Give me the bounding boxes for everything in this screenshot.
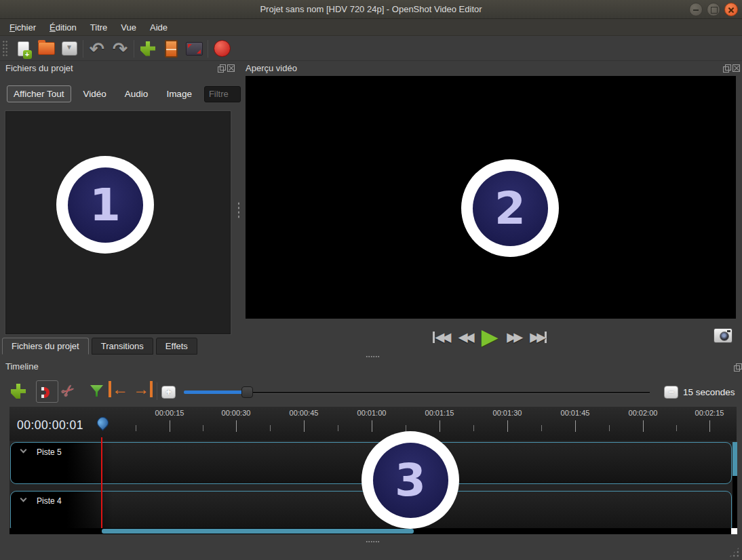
ruler-tick-label: 00:00:15 [149,409,190,417]
title-bar[interactable]: Projet sans nom [HDV 720 24p] - OpenShot… [0,0,742,19]
ruler-minor-tick [136,425,136,431]
ruler-major-tick [170,420,170,432]
timeline-ruler[interactable]: 00:00:00:01 00:00:15 00:00:30 00:00:45 0… [9,407,737,441]
annotation-badge-3: 3 [362,431,459,529]
fullscreen-button[interactable] [182,38,206,60]
chevron-down-icon[interactable] [20,447,27,454]
import-files-button[interactable] [136,38,159,60]
green-plus-icon [140,41,155,56]
main-toolbar: ↶ ↷ [0,37,742,61]
open-project-button[interactable] [35,38,58,60]
toolbar-drag-handle[interactable] [2,40,8,58]
ruler-tick-label: 00:02:00 [623,409,663,417]
export-video-button[interactable] [210,38,233,60]
redo-icon: ↷ [113,40,128,58]
film-strip-icon [165,40,178,58]
float-panel-icon[interactable] [734,363,741,371]
ruler-major-tick [304,420,305,432]
filter-input[interactable] [204,86,241,102]
fast-forward-icon[interactable]: ▶▶ [507,332,520,343]
window-controls [689,3,738,16]
close-icon[interactable] [724,3,738,16]
zoom-scale-label: 15 secondes [683,387,735,397]
track-name: Piste 4 [37,496,62,506]
ruler-tick-label: 00:02:15 [689,409,730,417]
new-file-icon [18,41,29,56]
vertical-splitter-handle[interactable] [237,201,240,219]
zoom-slider-track[interactable] [184,391,245,394]
transport-controls: ◀◀ ◀◀ ▶ ▶▶ ▶▶ [0,325,742,348]
tab-afficher-tout[interactable]: Afficher Tout [7,85,71,102]
ruler-minor-tick [338,425,338,431]
track-name: Piste 5 [37,447,62,457]
menu-titre[interactable]: Titre [83,20,115,35]
playhead-line[interactable] [101,437,102,528]
ruler-tick-label: 00:01:45 [555,409,595,417]
annotation-badge-2: 2 [461,159,559,257]
timeline-vertical-scrollbar[interactable] [733,442,737,528]
save-icon [62,41,77,56]
close-panel-icon[interactable] [733,64,740,72]
choose-profile-button[interactable] [159,38,182,60]
new-project-button[interactable] [12,38,35,60]
previous-marker-icon[interactable]: ← [109,381,128,397]
ruler-tick-label: 00:00:30 [216,409,256,417]
ruler-tick-label: 00:01:15 [419,409,460,417]
tab-audio[interactable]: Audio [119,86,155,102]
timeline-toolbar-separator [157,382,157,400]
toolbar-separator [83,40,83,58]
preview-panel-title: Aperçu vidéo [246,63,297,73]
close-panel-icon[interactable] [227,64,235,72]
zoom-out-button[interactable]: − [664,386,678,399]
play-icon[interactable]: ▶ [482,327,497,347]
ruler-minor-tick [203,425,203,431]
badge-number: 2 [473,171,548,246]
jump-to-end-icon[interactable]: ▶▶ [530,332,547,343]
rewind-icon[interactable]: ◀◀ [458,332,472,343]
horizontal-splitter-handle[interactable] [366,355,380,358]
snapshot-camera-icon[interactable] [714,328,733,343]
window-title: Projet sans nom [HDV 720 24p] - OpenShot… [0,0,742,18]
ruler-tick-label: 00:00:45 [284,409,324,417]
save-project-button[interactable] [58,38,81,60]
menu-fichier[interactable]: Fichier [3,20,43,35]
openshot-window: Projet sans nom [HDV 720 24p] - OpenShot… [0,0,742,560]
ruler-tick-label: 00:01:30 [487,409,528,417]
tab-image[interactable]: Image [160,86,198,102]
next-marker-icon[interactable]: → [133,381,153,397]
magnet-icon [42,387,50,398]
zoom-slider-handle[interactable] [241,386,253,398]
record-circle-icon [214,40,231,57]
zoom-slider-track[interactable] [253,392,650,393]
badge-number: 3 [373,443,448,518]
timeline-horizontal-scrollbar[interactable] [9,528,731,534]
ruler-minor-tick [609,425,610,431]
menu-bar: Fichier Édition Titre Vue Aide [0,19,742,36]
open-folder-icon [38,42,55,55]
maximize-icon[interactable] [707,3,720,16]
ruler-tick-label: 00:01:00 [351,409,392,417]
ruler-minor-tick [406,425,406,431]
undo-button[interactable]: ↶ [85,38,109,60]
chevron-down-icon[interactable] [20,496,27,502]
jump-to-start-icon[interactable]: ◀◀ [433,332,449,343]
menu-aide[interactable]: Aide [143,20,174,35]
menu-edition[interactable]: Édition [43,20,83,35]
redo-button[interactable]: ↷ [109,38,132,60]
window-resize-grip[interactable] [728,546,740,558]
float-panel-icon[interactable] [723,64,730,72]
toolbar-separator [208,40,208,58]
horizontal-splitter-handle[interactable] [366,540,380,543]
ruler-major-tick [575,420,576,432]
snapping-toggle-button[interactable] [36,380,58,403]
badge-number: 1 [68,167,143,243]
minimize-icon[interactable] [689,3,703,16]
zoom-in-button[interactable]: + [161,386,176,399]
ruler-major-tick [372,420,372,432]
project-files-view-tabs: Afficher Tout Vidéo Audio Image » [7,85,252,102]
toolbar-separator [134,40,134,58]
tab-video[interactable]: Vidéo [77,86,113,102]
ruler-minor-tick [473,425,474,431]
float-panel-icon[interactable] [218,64,225,72]
menu-vue[interactable]: Vue [114,20,143,35]
